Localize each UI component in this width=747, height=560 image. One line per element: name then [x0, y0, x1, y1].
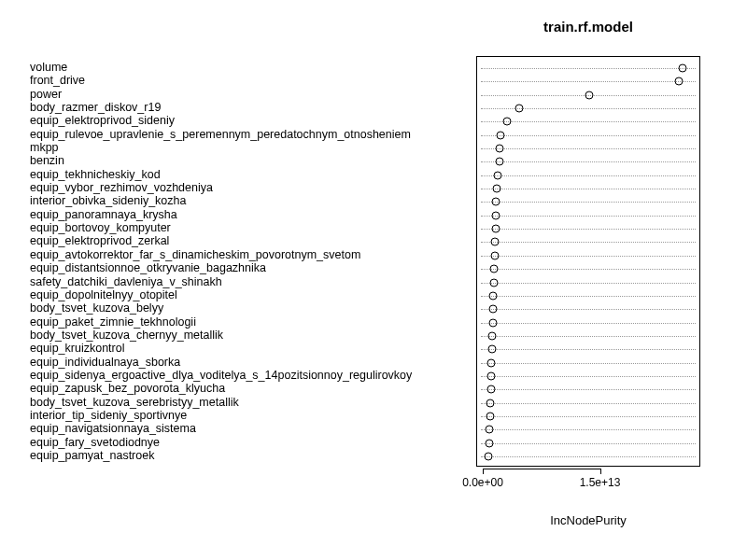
chart-title: train.rf.model	[476, 19, 700, 35]
gridline	[481, 216, 696, 217]
data-point	[486, 371, 495, 380]
feature-label: equip_pamyat_nastroek	[30, 450, 154, 462]
data-point	[491, 211, 500, 219]
x-axis: 0.0e+001.5e+13	[476, 467, 700, 504]
chart-page: train.rf.model volumefront_drivepowerbod…	[0, 0, 747, 560]
feature-label: benzin	[30, 155, 64, 167]
feature-label: volume	[30, 62, 67, 74]
gridline	[481, 456, 696, 457]
data-point	[490, 251, 499, 259]
gridline	[481, 121, 696, 122]
x-tick	[600, 469, 601, 474]
data-point	[486, 385, 495, 394]
data-point	[486, 426, 494, 434]
gridline	[481, 161, 696, 162]
feature-label: equip_elektroprivod_zerkal	[30, 235, 169, 247]
data-point	[490, 265, 499, 273]
feature-label: body_razmer_diskov_r19	[30, 102, 161, 114]
gridline	[481, 336, 696, 337]
gridline	[481, 269, 696, 270]
x-tick-label: 0.0e+00	[462, 476, 503, 489]
data-point	[488, 331, 497, 340]
feature-label: equip_dopolnitelnyy_otopitel	[30, 289, 177, 301]
feature-label: safety_datchiki_davleniya_v_shinakh	[30, 275, 222, 287]
gridline	[481, 108, 696, 109]
feature-label: equip_paket_zimnie_tekhnologii	[30, 315, 196, 328]
feature-label: equip_tekhnicheskiy_kod	[30, 169, 161, 181]
feature-label: mkpp	[30, 142, 59, 154]
data-point	[497, 131, 505, 139]
gridline	[481, 175, 696, 176]
x-axis-line	[483, 469, 600, 469]
gridline	[481, 283, 696, 284]
gridline	[481, 416, 696, 417]
data-point	[486, 399, 495, 407]
feature-label: body_tsvet_kuzova_belyy	[30, 302, 163, 315]
feature-label: equip_sidenya_ergoactive_dlya_voditelya_…	[30, 370, 412, 382]
gridline	[481, 81, 696, 82]
data-point	[489, 278, 498, 287]
data-point	[492, 198, 500, 206]
data-point	[493, 185, 501, 193]
gridline	[481, 429, 696, 430]
y-axis-labels: volumefront_drivepowerbody_razmer_diskov…	[30, 56, 469, 467]
feature-label: equip_vybor_rezhimov_vozhdeniya	[30, 182, 213, 194]
gridline	[481, 323, 696, 324]
gridline	[481, 202, 696, 203]
gridline	[481, 296, 696, 297]
data-point	[514, 105, 523, 113]
gridline	[481, 256, 696, 257]
data-point	[489, 305, 498, 314]
gridline	[481, 229, 696, 230]
gridline	[481, 242, 696, 243]
gridline	[481, 389, 696, 390]
gridline	[481, 403, 696, 404]
plot-area	[476, 56, 700, 467]
feature-label: equip_rulevoe_upravlenie_s_peremennym_pe…	[30, 128, 411, 140]
x-tick	[483, 469, 484, 474]
gridline	[481, 135, 696, 136]
data-point	[485, 439, 493, 447]
feature-label: interior_tip_sideniy_sportivnye	[30, 410, 187, 422]
data-point	[585, 91, 594, 99]
feature-label: equip_fary_svetodiodnye	[30, 436, 160, 448]
data-point	[487, 345, 496, 354]
feature-label: body_tsvet_kuzova_chernyy_metallik	[30, 329, 223, 342]
feature-label: equip_zapusk_bez_povorota_klyucha	[30, 383, 225, 395]
gridline	[481, 68, 696, 69]
feature-label: equip_navigatsionnaya_sistema	[30, 423, 196, 435]
data-point	[488, 318, 497, 327]
data-point	[486, 412, 494, 420]
data-point	[503, 118, 512, 126]
gridline	[481, 443, 696, 444]
gridline	[481, 363, 696, 364]
data-point	[679, 64, 687, 73]
gridline	[481, 349, 696, 350]
data-point	[489, 291, 498, 300]
data-point	[495, 158, 503, 166]
data-point	[494, 171, 502, 179]
feature-label: body_tsvet_kuzova_serebristyy_metallik	[30, 396, 239, 408]
gridline	[481, 309, 696, 310]
feature-label: equip_individualnaya_sborka	[30, 356, 180, 368]
data-point	[485, 453, 493, 461]
feature-label: equip_panoramnaya_krysha	[30, 209, 177, 221]
data-point	[491, 238, 500, 246]
feature-label: equip_elektroprivod_sideniy	[30, 115, 175, 127]
gridline	[481, 376, 696, 377]
feature-label: equip_avtokorrektor_far_s_dinamicheskim_…	[30, 249, 360, 261]
feature-label: power	[30, 88, 62, 100]
feature-label: interior_obivka_sideniy_kozha	[30, 195, 186, 207]
feature-label: equip_distantsionnoe_otkryvanie_bagazhni…	[30, 262, 266, 274]
data-point	[491, 225, 500, 233]
x-tick-label: 1.5e+13	[580, 476, 621, 489]
feature-label: front_drive	[30, 75, 85, 87]
data-point	[495, 145, 503, 153]
gridline	[481, 148, 696, 149]
data-point	[487, 358, 496, 367]
gridline	[481, 189, 696, 189]
x-axis-title: IncNodePurity	[476, 513, 700, 527]
feature-label: equip_kruizkontrol	[30, 343, 124, 355]
data-point	[675, 77, 684, 86]
feature-label: equip_bortovoy_kompyuter	[30, 222, 171, 234]
